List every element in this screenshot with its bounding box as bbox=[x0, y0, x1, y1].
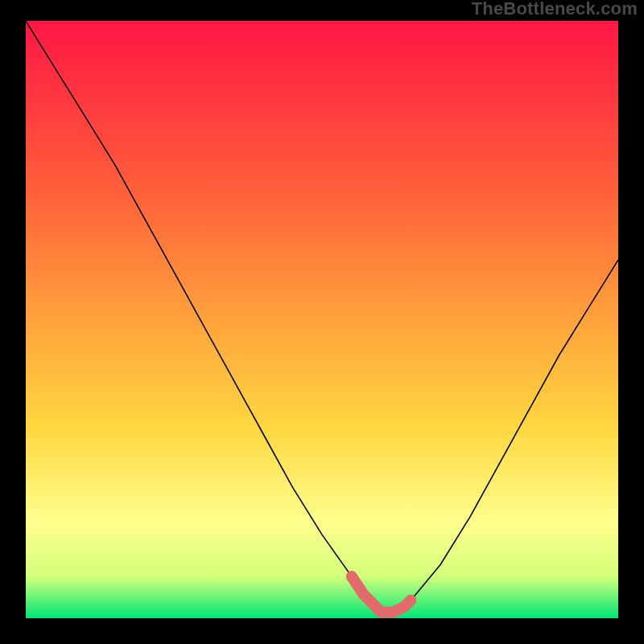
watermark: TheBottleneck.com bbox=[472, 0, 638, 19]
chart-svg bbox=[26, 21, 618, 618]
plot-area bbox=[26, 21, 618, 618]
bottleneck-chart: TheBottleneck.com bbox=[0, 0, 644, 644]
gradient-background bbox=[26, 21, 618, 618]
